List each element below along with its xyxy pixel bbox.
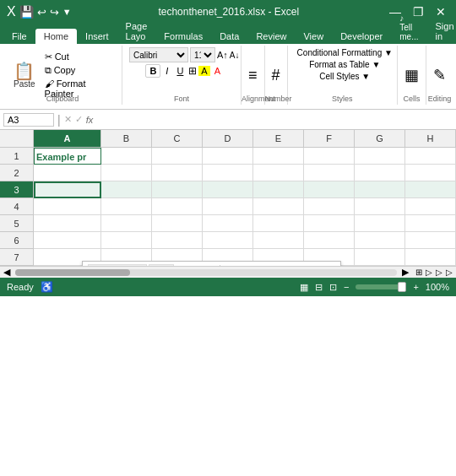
cell-E5[interactable] [253,215,304,232]
cell-styles-button[interactable]: Cell Styles ▼ [317,71,372,82]
cell-E4[interactable] [253,198,304,215]
cell-H6[interactable] [405,232,456,249]
cell-reference-input[interactable] [3,113,54,127]
cell-C6[interactable] [152,232,203,249]
close-button[interactable]: ✕ [432,5,449,19]
sheet-tab-icon-1[interactable]: ⊞ [415,268,422,277]
cell-H5[interactable] [405,215,456,232]
tab-data[interactable]: Data [211,29,247,44]
cell-D5[interactable] [203,215,253,232]
cell-D6[interactable] [203,232,253,249]
bold-button[interactable]: B [145,64,160,78]
cell-F6[interactable] [304,232,355,249]
cell-D3[interactable] [203,181,253,198]
underline-button[interactable]: U [173,65,187,77]
save-icon[interactable]: 💾 [19,5,34,19]
cell-F5[interactable] [304,215,355,232]
sheet-tab-icon-4[interactable]: ▷ [446,268,453,277]
conditional-formatting-button[interactable]: Conditional Formatting ▼ [295,47,395,58]
cell-E3[interactable] [253,181,304,198]
tab-insert[interactable]: Insert [77,29,117,44]
row-header-1[interactable]: 1 [0,148,34,165]
formula-input[interactable] [96,114,453,126]
border-btn[interactable]: ⊞ [188,65,197,77]
undo-icon[interactable]: ↩ [37,6,46,19]
view-pagebreak-icon[interactable]: ⊡ [329,282,337,293]
cell-H3[interactable] [405,181,456,198]
cell-G5[interactable] [355,215,405,232]
scroll-left-icon[interactable]: ◀ [0,267,14,278]
cell-H1[interactable] [405,148,456,165]
zoom-slider[interactable] [356,284,406,289]
cell-C3[interactable] [152,181,203,198]
view-layout-icon[interactable]: ⊟ [315,282,323,293]
tab-file[interactable]: File [3,29,35,44]
tab-sign-in[interactable]: Sign in [427,19,457,44]
tab-developer[interactable]: Developer [332,29,391,44]
cell-G7[interactable] [355,249,405,266]
copy-button[interactable]: ⧉ Copy [42,64,115,77]
cell-A4[interactable] [34,198,101,215]
tab-formulas[interactable]: Formulas [155,29,211,44]
cell-A3[interactable] [34,181,101,198]
format-as-table-button[interactable]: Format as Table ▼ [307,59,383,70]
cell-A6[interactable] [34,232,101,249]
tab-page-layout[interactable]: Page Layo [117,19,156,44]
col-header-D[interactable]: D [203,130,253,147]
cell-B2[interactable] [101,165,152,181]
cell-B4[interactable] [101,198,152,215]
tab-tell-me[interactable]: ♪ Tell me... [391,11,426,44]
paste-button[interactable]: 📋 Paste [10,61,39,90]
accessibility-icon[interactable]: ♿ [41,281,53,293]
fill-color-btn[interactable]: A [198,66,209,76]
cell-C5[interactable] [152,215,203,232]
col-header-E[interactable]: E [253,130,304,147]
font-family-select[interactable]: Calibri [129,47,188,62]
col-header-F[interactable]: F [304,130,355,147]
formula-x-icon[interactable]: ✕ [64,114,72,125]
col-header-C[interactable]: C [152,130,203,147]
cell-E2[interactable] [253,165,304,181]
cell-F3[interactable] [304,181,355,198]
cell-D4[interactable] [203,198,253,215]
horizontal-scrollbar[interactable]: ◀ ▶ ⊞ ▷ ▷ ▷ [0,266,456,278]
col-header-B[interactable]: B [101,130,152,147]
cell-G6[interactable] [355,232,405,249]
font-size-select[interactable]: 11 [190,47,215,62]
col-header-G[interactable]: G [355,130,405,147]
cell-H2[interactable] [405,165,456,181]
cell-B3[interactable] [101,181,152,198]
font-color-btn[interactable]: A [212,66,223,76]
cell-A5[interactable] [34,215,101,232]
cell-F1[interactable] [304,148,355,165]
col-header-H[interactable]: H [405,130,456,147]
sheet-tab-icon-2[interactable]: ▷ [426,268,432,277]
cell-D2[interactable] [203,165,253,181]
cell-B5[interactable] [101,215,152,232]
cut-button[interactable]: ✂ Cut [42,51,115,63]
sheet-tab-icon-3[interactable]: ▷ [436,268,442,277]
cell-A1[interactable]: Example pr [34,148,101,165]
cell-A2[interactable] [34,165,101,181]
row-header-6[interactable]: 6 [0,232,34,249]
row-header-4[interactable]: 4 [0,198,34,215]
zoom-in-icon[interactable]: + [413,282,418,292]
cell-G1[interactable] [355,148,405,165]
row-header-3[interactable]: 3 [0,181,34,198]
row-header-7[interactable]: 7 [0,249,34,266]
cell-C4[interactable] [152,198,203,215]
mini-size-select[interactable]: 11 [149,264,174,266]
cell-H4[interactable] [405,198,456,215]
tab-home[interactable]: Home [35,29,77,44]
zoom-level[interactable]: 100% [426,282,449,292]
cell-B1[interactable] [101,148,152,165]
cell-H7[interactable] [405,249,456,266]
cell-G3[interactable] [355,181,405,198]
customize-icon[interactable]: ▼ [62,7,72,17]
redo-icon[interactable]: ↪ [50,6,59,19]
view-normal-icon[interactable]: ▦ [300,282,308,293]
decrease-font-icon[interactable]: A↓ [230,51,240,60]
scroll-right-icon[interactable]: ▶ [399,267,412,278]
row-header-2[interactable]: 2 [0,165,34,181]
cell-G2[interactable] [355,165,405,181]
